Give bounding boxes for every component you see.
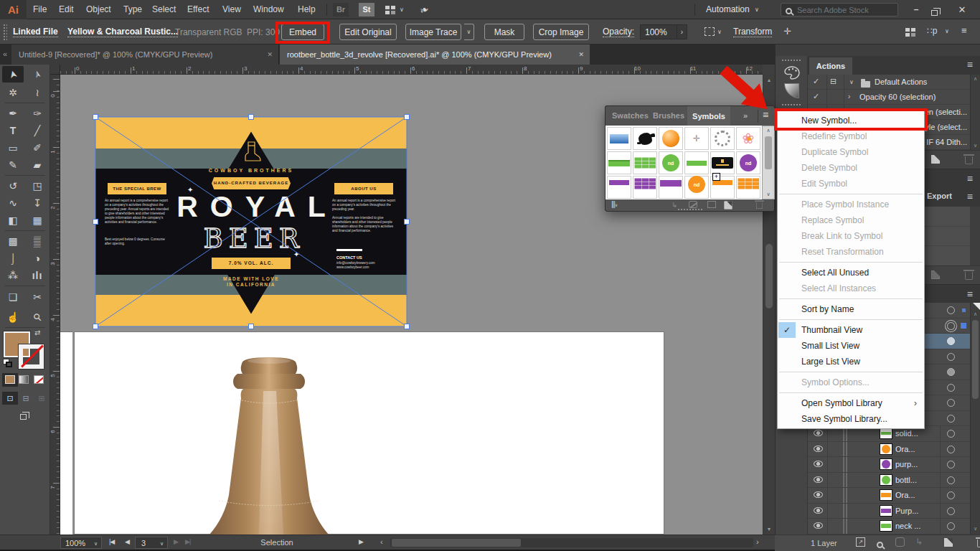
- automation-dropdown[interactable]: Automation: [706, 0, 750, 19]
- prev-artboard-button[interactable]: ◀: [125, 538, 130, 545]
- layer-name[interactable]: Ora...: [895, 491, 915, 499]
- tool-pen[interactable]: ✒: [2, 105, 24, 121]
- draw-inside-button[interactable]: ⊞: [34, 392, 50, 405]
- target-circle[interactable]: [947, 384, 955, 392]
- menu-select[interactable]: Select: [152, 0, 176, 19]
- select-similar-chevron-icon[interactable]: ∨: [717, 29, 722, 35]
- search-input[interactable]: [797, 4, 896, 15]
- locate-object-icon[interactable]: [877, 542, 883, 548]
- target-circle[interactable]: [947, 322, 955, 330]
- menu-item-save-symbol-library[interactable]: Save Symbol Library...: [778, 411, 924, 427]
- visibility-eye-icon[interactable]: [814, 522, 823, 529]
- layer-thumbnail[interactable]: [880, 458, 892, 470]
- vertical-ruler[interactable]: 0 1 2 3 4 5 6 7 8: [50, 75, 60, 534]
- layer-name[interactable]: Purp...: [895, 507, 918, 515]
- tool-blend[interactable]: ◑: [27, 250, 48, 266]
- symbols-panel-menu-button[interactable]: ≡: [763, 109, 768, 121]
- zoom-level-dropdown[interactable]: 100%∨: [60, 537, 102, 549]
- collect-for-export-icon[interactable]: ↗: [856, 537, 865, 547]
- tool-shape-builder[interactable]: ◧: [2, 212, 24, 228]
- visibility-eye-icon[interactable]: [814, 507, 823, 514]
- menu-item-large-list-view[interactable]: Large List View: [778, 354, 924, 369]
- layer-name[interactable]: solid...: [895, 429, 918, 438]
- target-circle[interactable]: [947, 491, 955, 499]
- tab-scroll-left-icon[interactable]: «: [3, 50, 7, 58]
- opacity-link[interactable]: Opacity:: [603, 27, 634, 37]
- tab-actions[interactable]: Actions: [809, 57, 852, 75]
- target-circle[interactable]: [947, 368, 955, 376]
- opacity-stepper-icon[interactable]: ›: [677, 24, 687, 39]
- properties-panel-icon[interactable]: ∷p: [927, 26, 937, 36]
- symbol-green-new-design-badge[interactable]: nd: [659, 151, 683, 174]
- menu-edit[interactable]: Edit: [59, 0, 74, 19]
- draw-behind-button[interactable]: ⊟: [18, 392, 34, 405]
- scroll-down-icon[interactable]: ▼: [763, 527, 775, 532]
- hscroll-right-icon[interactable]: ›: [756, 537, 759, 546]
- scroll-down-icon[interactable]: ∨: [971, 526, 980, 532]
- hscroll-thumb[interactable]: [392, 539, 521, 547]
- target-circle[interactable]: [947, 446, 955, 453]
- clipping-mask-icon[interactable]: [895, 537, 905, 547]
- layer-thumbnail[interactable]: [880, 428, 892, 439]
- layer-row-orange-banner[interactable]: Ora...: [808, 488, 970, 504]
- symbol-black-beer-label[interactable]: [710, 151, 735, 174]
- delete-export-icon[interactable]: [965, 272, 973, 280]
- tool-zoom[interactable]: ⚲: [27, 309, 48, 325]
- visibility-eye-icon[interactable]: [814, 461, 823, 467]
- menu-help[interactable]: Help: [298, 0, 316, 19]
- panel-resize-corner[interactable]: [973, 303, 980, 310]
- arrange-documents-icon[interactable]: [905, 28, 910, 32]
- layer-row-orange-badge[interactable]: Ora...: [808, 442, 970, 458]
- tab-untitled-9[interactable]: Untitled-9 [Recovered]* @ 100% (CMYK/GPU…: [11, 44, 279, 65]
- tab-close-icon[interactable]: ✕: [267, 44, 273, 65]
- tool-slice[interactable]: ✂: [27, 288, 48, 305]
- tool-perspective-grid[interactable]: ▦: [27, 212, 48, 228]
- tool-puppet-warp[interactable]: ↧: [27, 194, 48, 211]
- action-check-icon[interactable]: ✓: [813, 92, 819, 101]
- menu-type[interactable]: Type: [123, 0, 142, 19]
- color-mode-button[interactable]: [2, 373, 18, 387]
- target-circle[interactable]: [947, 415, 955, 423]
- stock-search[interactable]: [781, 3, 898, 17]
- transform-link[interactable]: Transform: [733, 27, 772, 37]
- symbol-green-grass-banner[interactable]: [607, 151, 631, 174]
- tool-eraser[interactable]: ▰: [27, 156, 48, 173]
- control-menu-icon[interactable]: ≡: [961, 25, 967, 36]
- symbol-twirl-ring[interactable]: [710, 127, 735, 150]
- target-circle[interactable]: [947, 522, 955, 530]
- symbol-green-bar[interactable]: [684, 151, 709, 174]
- symbol-purple-new-design-badge[interactable]: nd: [736, 151, 760, 174]
- color-panel-icon[interactable]: [784, 66, 800, 80]
- symbol-green-brick[interactable]: [633, 151, 657, 174]
- tool-lasso[interactable]: ≀: [27, 84, 48, 100]
- edit-original-button[interactable]: Edit Original: [339, 24, 397, 40]
- symbol-pink-daisy[interactable]: ❀: [736, 127, 760, 150]
- tool-symbol-sprayer[interactable]: ⁂: [2, 267, 24, 283]
- bottle-artwork[interactable]: [189, 355, 347, 534]
- control-bar-grip[interactable]: [3, 24, 7, 40]
- panel-grip[interactable]: [781, 59, 801, 62]
- hscroll-left-icon[interactable]: ‹: [380, 537, 383, 546]
- layer-name[interactable]: bottl...: [895, 476, 917, 484]
- menu-effect[interactable]: Effect: [187, 0, 209, 19]
- new-export-icon[interactable]: [931, 270, 940, 279]
- horizontal-ruler[interactable]: 0 1 2 3 4 5 6 7 8 9 10 11 12: [60, 65, 763, 75]
- first-artboard-button[interactable]: |◀: [109, 538, 114, 545]
- action-set-name[interactable]: Default Actions: [875, 77, 927, 86]
- tool-scale[interactable]: ◳: [27, 177, 48, 194]
- tab-close-icon[interactable]: ✕: [578, 44, 584, 65]
- action-row[interactable]: ✓ ⊟ ∨ Default Actions: [808, 75, 970, 90]
- layer-thumbnail[interactable]: [880, 489, 892, 501]
- bridge-badge-icon[interactable]: Br: [333, 3, 349, 17]
- layer-thumbnail[interactable]: [880, 520, 892, 532]
- target-circle[interactable]: [947, 306, 955, 314]
- expand-chevron-icon[interactable]: ∨: [849, 79, 854, 85]
- delete-layer-icon[interactable]: [977, 540, 980, 547]
- status-indicator[interactable]: Selection: [198, 535, 356, 550]
- crop-image-button[interactable]: Crop Image: [533, 24, 589, 40]
- target-circle[interactable]: [947, 353, 955, 361]
- action-row[interactable]: ✓ › Opacity 60 (selection): [808, 90, 970, 105]
- properties-chevron-icon[interactable]: ∨: [945, 28, 949, 34]
- swap-fill-stroke-icon[interactable]: ⇄: [34, 329, 40, 336]
- artboard-number-dropdown[interactable]: 3∨: [135, 537, 168, 549]
